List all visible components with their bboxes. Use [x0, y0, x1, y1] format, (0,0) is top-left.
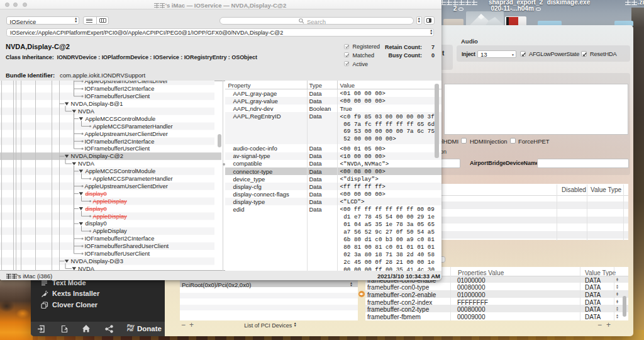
svg-text:IOFramebufferUserClient: IOFramebufferUserClient — [85, 145, 150, 152]
svg-text:NVDA: NVDA — [78, 108, 95, 114]
svg-text:NVDA,Display-C@2: NVDA,Display-C@2 — [71, 153, 123, 159]
svg-text:display0: display0 — [86, 190, 107, 196]
svg-text:AppleDisplay: AppleDisplay — [93, 228, 128, 234]
svg-text:NVDA,Display-B@1: NVDA,Display-B@1 — [71, 101, 123, 107]
svg-text:AppleDisplay: AppleDisplay — [93, 213, 128, 219]
svg-text:IOFramebufferUserClient: IOFramebufferUserClient — [85, 251, 150, 257]
svg-text:AppleMCCSParameterHandler: AppleMCCSParameterHandler — [93, 123, 173, 129]
svg-text:AppleUpstreamUserClientDriver: AppleUpstreamUserClientDriver — [85, 81, 168, 84]
svg-text:AppleDisplay: AppleDisplay — [93, 198, 128, 204]
svg-text:NVDA: NVDA — [78, 161, 95, 167]
svg-text:AppleMCCSControlModule: AppleMCCSControlModule — [86, 115, 156, 122]
svg-text:AppleUpstreamUserClientDriver: AppleUpstreamUserClientDriver — [85, 130, 168, 137]
svg-text:IOFramebufferI2CInterface: IOFramebufferI2CInterface — [85, 235, 155, 242]
svg-text:IOFramebufferI2CInterface: IOFramebufferI2CInterface — [85, 86, 155, 92]
svg-text:IOFramebufferI2CInterface: IOFramebufferI2CInterface — [85, 138, 155, 144]
svg-text:NVDA,Display-D@3: NVDA,Display-D@3 — [71, 258, 123, 264]
svg-text:AppleMCCSParameterHandler: AppleMCCSParameterHandler — [93, 176, 173, 182]
svg-text:display0: display0 — [86, 220, 107, 227]
svg-text:display0: display0 — [86, 205, 107, 212]
svg-text:NVDA: NVDA — [78, 265, 95, 270]
svg-text:IOFramebufferSharedUserClient: IOFramebufferSharedUserClient — [85, 243, 169, 249]
svg-text:AppleUpstreamUserClientDriver: AppleUpstreamUserClientDriver — [85, 183, 168, 189]
svg-text:IOFramebufferUserClient: IOFramebufferUserClient — [85, 93, 150, 99]
svg-text:AppleMCCSControlModule: AppleMCCSControlModule — [86, 168, 156, 174]
